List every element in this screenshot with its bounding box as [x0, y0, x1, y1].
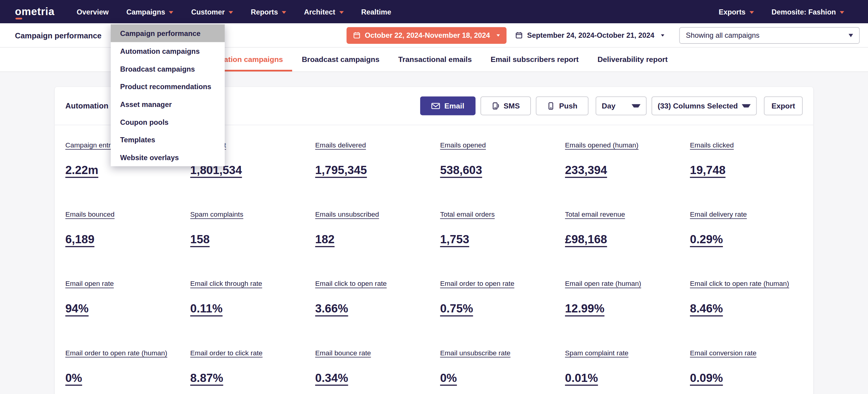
metric-label[interactable]: Email conversion rate: [690, 349, 756, 357]
nav-item-account-demosite[interactable]: Demosite: Fashion: [763, 0, 853, 23]
nav-item-reports[interactable]: Reports: [242, 0, 295, 23]
metric-value[interactable]: 0.75%: [440, 302, 473, 315]
channel-button-label: Email: [444, 102, 464, 110]
metric-label[interactable]: Email delivery rate: [690, 210, 747, 219]
app-logo-text: ometria: [15, 5, 55, 17]
menu-item-asset-manager[interactable]: Asset manager: [111, 95, 225, 113]
tab-transactional-emails[interactable]: Transactional emails: [389, 48, 481, 72]
metric-label[interactable]: Spam complaints: [190, 210, 243, 219]
calendar-icon: [353, 32, 360, 39]
metric-value[interactable]: 0.34%: [315, 371, 348, 385]
metric-value[interactable]: 1,753: [440, 233, 469, 246]
metric-value[interactable]: 0.01%: [565, 371, 598, 385]
metric-label[interactable]: Email order to click rate: [190, 349, 262, 357]
nav-item-overview[interactable]: Overview: [68, 0, 118, 23]
metric-email-click-to-open-rate-human: Email click to open rate (human) 8.46%: [690, 278, 803, 315]
metric-email-delivery-rate: Email delivery rate 0.29%: [690, 208, 803, 246]
comparison-date-range[interactable]: September 24, 2024-October 21, 2024: [516, 31, 664, 39]
metric-value[interactable]: 3.66%: [315, 302, 348, 315]
campaign-filter-select[interactable]: Showing all campaigns: [679, 27, 860, 44]
channel-button-label: Push: [559, 102, 577, 110]
menu-item-coupon-pools[interactable]: Coupon pools: [111, 113, 225, 131]
menu-item-label: Templates: [120, 135, 155, 144]
metric-value[interactable]: 1,795,345: [315, 164, 367, 177]
metric-value[interactable]: 182: [315, 233, 334, 246]
columns-select-value: (33) Columns Selected: [658, 102, 738, 110]
app-logo[interactable]: ometria: [15, 5, 55, 18]
metric-value[interactable]: 233,394: [565, 164, 607, 177]
metric-value[interactable]: 158: [190, 233, 210, 246]
channel-push-button[interactable]: Push: [536, 96, 588, 115]
menu-item-website-overlays[interactable]: Website overlays: [111, 149, 225, 167]
channel-email-button[interactable]: Email: [420, 96, 475, 115]
metric-label[interactable]: Spam complaint rate: [565, 349, 628, 357]
metric-email-order-to-open-rate-human: Email order to open rate (human) 0%: [65, 347, 178, 384]
metric-label[interactable]: Emails opened: [440, 141, 486, 149]
nav-item-label: Architect: [304, 7, 335, 16]
granularity-select[interactable]: Day: [596, 96, 647, 115]
metric-value[interactable]: 6,189: [65, 233, 94, 246]
chevron-down-icon: [229, 11, 233, 13]
metric-value[interactable]: 8.46%: [690, 302, 723, 315]
metric-value[interactable]: 0.09%: [690, 371, 723, 385]
metric-value[interactable]: 0.11%: [190, 302, 222, 315]
tab-deliverability-report[interactable]: Deliverability report: [588, 48, 677, 72]
channel-button-label: SMS: [504, 102, 520, 110]
metric-label[interactable]: Total email revenue: [565, 210, 625, 219]
metric-label[interactable]: Emails unsubscribed: [315, 210, 379, 219]
metric-value[interactable]: 2.22m: [65, 164, 98, 177]
menu-item-label: Broadcast campaigns: [120, 65, 195, 73]
metric-value[interactable]: 19,748: [690, 164, 725, 177]
metric-email-click-to-open-rate: Email click to open rate 3.66%: [315, 278, 428, 315]
metric-label[interactable]: Email click through rate: [190, 280, 262, 288]
metric-value[interactable]: 8.87%: [190, 371, 223, 385]
tab-broadcast-campaigns[interactable]: Broadcast campaigns: [292, 48, 389, 72]
metric-label[interactable]: Email order to open rate (human): [65, 349, 167, 357]
metric-label[interactable]: Email order to open rate: [440, 280, 514, 288]
nav-item-architect[interactable]: Architect: [295, 0, 352, 23]
metric-label[interactable]: Email open rate (human): [565, 280, 641, 288]
metric-value[interactable]: 538,603: [440, 164, 482, 177]
metric-label[interactable]: Email open rate: [65, 280, 114, 288]
comparison-date-range-label: September 24, 2024-October 21, 2024: [527, 31, 654, 39]
export-button[interactable]: Export: [764, 96, 803, 115]
nav-item-customer[interactable]: Customer: [182, 0, 242, 23]
nav-item-campaigns[interactable]: Campaigns: [117, 0, 182, 23]
metric-value[interactable]: £98,168: [565, 233, 607, 246]
chevron-down-icon: [497, 34, 500, 36]
metric-value[interactable]: 94%: [65, 302, 88, 315]
channel-sms-button[interactable]: SMS: [480, 96, 531, 115]
metric-value[interactable]: 0.29%: [690, 233, 723, 246]
menu-item-campaign-performance[interactable]: Campaign performance: [111, 25, 225, 42]
metric-label[interactable]: Emails delivered: [315, 141, 366, 149]
chevron-down-icon: [169, 11, 174, 13]
metric-label[interactable]: Emails opened (human): [565, 141, 638, 149]
menu-item-label: Coupon pools: [120, 118, 168, 126]
menu-item-templates[interactable]: Templates: [111, 131, 225, 149]
metric-email-click-through-rate: Email click through rate 0.11%: [190, 278, 303, 315]
menu-item-product-recommendations[interactable]: Product recommendations: [111, 78, 225, 95]
metric-total-email-revenue: Total email revenue £98,168: [565, 208, 678, 246]
card-title: Automation: [65, 102, 108, 110]
metric-value[interactable]: 0%: [65, 371, 82, 385]
metric-label[interactable]: Email bounce rate: [315, 349, 371, 357]
tab-email-subscribers-report[interactable]: Email subscribers report: [481, 48, 588, 72]
metric-label[interactable]: Emails bounced: [65, 210, 114, 219]
metric-label[interactable]: Email unsubscribe rate: [440, 349, 510, 357]
menu-item-broadcast-campaigns[interactable]: Broadcast campaigns: [111, 60, 225, 78]
metric-value[interactable]: 12.99%: [565, 302, 604, 315]
menu-item-automation-campaigns[interactable]: Automation campaigns: [111, 42, 225, 60]
primary-date-range-button[interactable]: October 22, 2024-November 18, 2024: [346, 27, 506, 44]
columns-select[interactable]: (33) Columns Selected: [652, 96, 756, 115]
ometria-app: ometria Overview Campaigns Customer Repo…: [0, 0, 868, 394]
metric-label[interactable]: Emails clicked: [690, 141, 734, 149]
metric-label[interactable]: Email click to open rate: [315, 280, 386, 288]
metric-label[interactable]: Total email orders: [440, 210, 495, 219]
menu-item-label: Website overlays: [120, 153, 179, 162]
nav-item-exports[interactable]: Exports: [710, 0, 763, 23]
page-title: Campaign performance: [15, 31, 102, 39]
nav-item-label: Exports: [719, 7, 745, 16]
metric-label[interactable]: Email click to open rate (human): [690, 280, 789, 288]
metric-value[interactable]: 0%: [440, 371, 457, 385]
nav-item-realtime[interactable]: Realtime: [352, 0, 400, 23]
